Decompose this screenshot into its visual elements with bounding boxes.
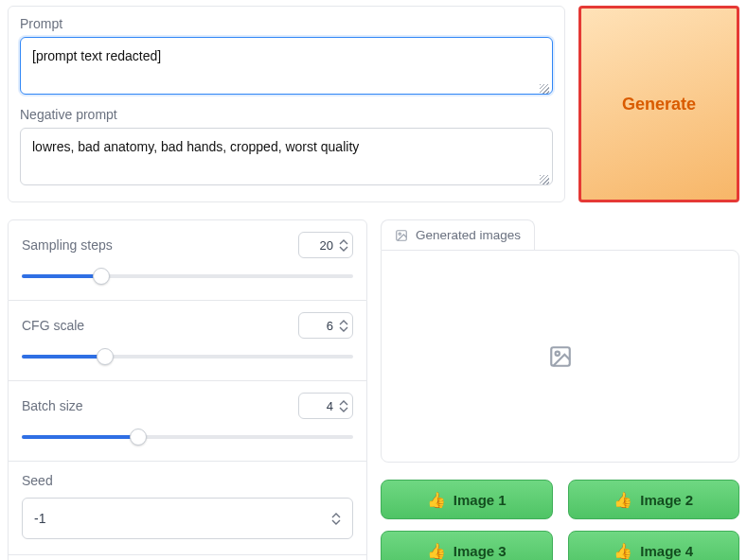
batch-size-number[interactable]: 4: [298, 393, 353, 419]
image-3-button[interactable]: 👍Image 3: [381, 531, 553, 560]
generate-button-label: Generate: [622, 95, 696, 114]
cfg-scale-label: CFG scale: [22, 318, 84, 333]
batch-size-label: Batch size: [22, 398, 83, 413]
svg-point-3: [555, 351, 559, 355]
sampling-steps-slider[interactable]: [22, 268, 353, 285]
cfg-scale-slider[interactable]: [22, 348, 353, 365]
image-4-button[interactable]: 👍Image 4: [568, 531, 740, 560]
cfg-scale-number[interactable]: 6: [298, 312, 353, 339]
negative-prompt-label: Negative prompt: [20, 107, 553, 122]
thumbs-up-icon: 👍: [427, 542, 446, 560]
stepper-icon[interactable]: [339, 320, 348, 332]
image-placeholder-icon: [548, 344, 573, 369]
generated-images-tab[interactable]: Generated images: [381, 219, 535, 250]
settings-column: Sampling steps 20 CFG scale 6: [8, 219, 367, 560]
image-1-button[interactable]: 👍Image 1: [381, 480, 553, 519]
sampling-steps-number[interactable]: 20: [298, 232, 353, 258]
stepper-icon[interactable]: [339, 400, 348, 412]
thumbs-up-icon: 👍: [427, 491, 446, 509]
seed-label: Seed: [22, 473, 353, 488]
prompt-label: Prompt: [20, 16, 553, 31]
thumbs-up-icon: 👍: [614, 542, 632, 560]
stepper-icon[interactable]: [331, 513, 341, 525]
batch-size-slider[interactable]: [22, 429, 353, 446]
stepper-icon[interactable]: [339, 239, 348, 252]
negative-prompt-input[interactable]: [20, 128, 553, 185]
prompt-input[interactable]: [20, 37, 553, 95]
image-2-button[interactable]: 👍Image 2: [568, 480, 740, 519]
thumbs-up-icon: 👍: [614, 491, 632, 509]
image-icon: [395, 229, 408, 242]
prompts-panel: Prompt Negative prompt: [8, 6, 565, 202]
generate-button[interactable]: Generate: [578, 6, 739, 202]
sampling-steps-label: Sampling steps: [22, 237, 113, 253]
seed-input[interactable]: -1: [22, 498, 353, 539]
svg-point-1: [399, 233, 400, 235]
generated-images-preview: [381, 250, 739, 463]
